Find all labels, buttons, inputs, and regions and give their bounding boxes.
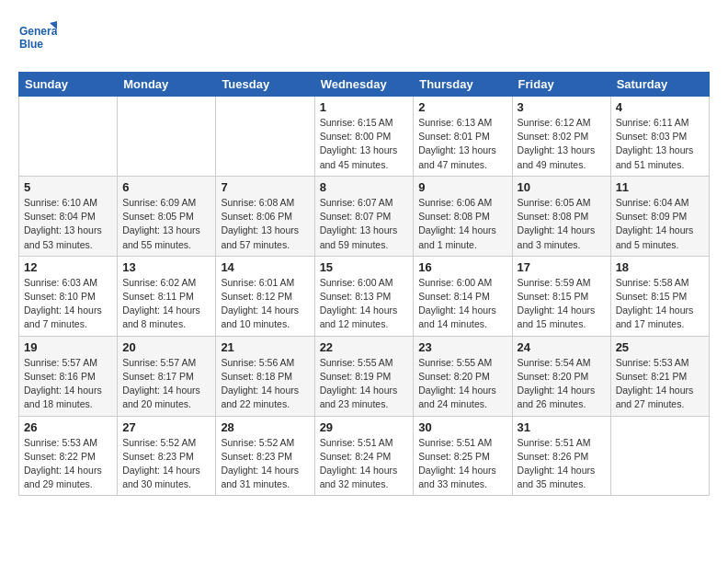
weekday-header-monday: Monday bbox=[118, 73, 216, 97]
day-cell: 27Sunrise: 5:52 AMSunset: 8:23 PMDayligh… bbox=[118, 416, 216, 496]
day-number: 26 bbox=[24, 420, 112, 434]
day-info: Sunrise: 5:54 AMSunset: 8:20 PMDaylight:… bbox=[518, 356, 606, 412]
day-number: 9 bbox=[418, 180, 506, 194]
day-info: Sunrise: 5:55 AMSunset: 8:20 PMDaylight:… bbox=[418, 356, 506, 412]
weekday-header-sunday: Sunday bbox=[19, 73, 118, 97]
day-cell: 5Sunrise: 6:10 AMSunset: 8:04 PMDaylight… bbox=[19, 176, 118, 256]
day-cell: 7Sunrise: 6:08 AMSunset: 8:06 PMDaylight… bbox=[216, 176, 314, 256]
day-cell: 22Sunrise: 5:55 AMSunset: 8:19 PMDayligh… bbox=[314, 336, 414, 416]
svg-text:Blue: Blue bbox=[19, 38, 43, 51]
day-cell: 29Sunrise: 5:51 AMSunset: 8:24 PMDayligh… bbox=[314, 416, 414, 496]
logo-bird-icon: General Blue bbox=[18, 18, 57, 57]
day-cell: 3Sunrise: 6:12 AMSunset: 8:02 PMDaylight… bbox=[512, 97, 610, 177]
day-cell: 31Sunrise: 5:51 AMSunset: 8:26 PMDayligh… bbox=[512, 416, 610, 496]
day-cell: 23Sunrise: 5:55 AMSunset: 8:20 PMDayligh… bbox=[414, 336, 512, 416]
day-cell bbox=[610, 416, 709, 496]
day-cell: 10Sunrise: 6:05 AMSunset: 8:08 PMDayligh… bbox=[512, 176, 610, 256]
day-info: Sunrise: 5:52 AMSunset: 8:23 PMDaylight:… bbox=[122, 436, 210, 492]
page: General Blue SundayMondayTuesdayWednesda… bbox=[0, 0, 728, 514]
day-number: 10 bbox=[518, 180, 606, 194]
week-row-4: 19Sunrise: 5:57 AMSunset: 8:16 PMDayligh… bbox=[19, 336, 710, 416]
header: General Blue bbox=[18, 18, 710, 57]
day-number: 17 bbox=[518, 260, 606, 274]
weekday-header-saturday: Saturday bbox=[610, 73, 709, 97]
day-cell bbox=[216, 97, 314, 177]
day-number: 24 bbox=[518, 340, 606, 354]
day-number: 3 bbox=[518, 100, 606, 114]
calendar: SundayMondayTuesdayWednesdayThursdayFrid… bbox=[18, 72, 710, 496]
day-number: 25 bbox=[616, 340, 704, 354]
day-number: 31 bbox=[518, 420, 606, 434]
day-cell: 30Sunrise: 5:51 AMSunset: 8:25 PMDayligh… bbox=[414, 416, 512, 496]
day-info: Sunrise: 5:57 AMSunset: 8:16 PMDaylight:… bbox=[24, 356, 112, 412]
week-row-3: 12Sunrise: 6:03 AMSunset: 8:10 PMDayligh… bbox=[19, 256, 710, 336]
day-info: Sunrise: 5:51 AMSunset: 8:25 PMDaylight:… bbox=[418, 436, 506, 492]
day-number: 21 bbox=[221, 340, 309, 354]
day-number: 4 bbox=[616, 100, 704, 114]
day-info: Sunrise: 6:00 AMSunset: 8:13 PMDaylight:… bbox=[320, 276, 409, 332]
day-info: Sunrise: 6:08 AMSunset: 8:06 PMDaylight:… bbox=[221, 196, 309, 252]
weekday-header-wednesday: Wednesday bbox=[314, 73, 414, 97]
day-info: Sunrise: 6:03 AMSunset: 8:10 PMDaylight:… bbox=[24, 276, 112, 332]
day-info: Sunrise: 6:01 AMSunset: 8:12 PMDaylight:… bbox=[221, 276, 309, 332]
day-info: Sunrise: 6:15 AMSunset: 8:00 PMDaylight:… bbox=[320, 116, 409, 172]
day-info: Sunrise: 6:07 AMSunset: 8:07 PMDaylight:… bbox=[320, 196, 409, 252]
day-info: Sunrise: 5:52 AMSunset: 8:23 PMDaylight:… bbox=[221, 436, 309, 492]
day-info: Sunrise: 5:58 AMSunset: 8:15 PMDaylight:… bbox=[616, 276, 704, 332]
day-number: 29 bbox=[320, 420, 409, 434]
day-info: Sunrise: 5:53 AMSunset: 8:22 PMDaylight:… bbox=[24, 436, 112, 492]
day-info: Sunrise: 5:53 AMSunset: 8:21 PMDaylight:… bbox=[616, 356, 704, 412]
day-info: Sunrise: 6:12 AMSunset: 8:02 PMDaylight:… bbox=[518, 116, 606, 172]
day-info: Sunrise: 6:11 AMSunset: 8:03 PMDaylight:… bbox=[616, 116, 704, 172]
day-number: 30 bbox=[418, 420, 506, 434]
day-number: 8 bbox=[320, 180, 409, 194]
day-info: Sunrise: 5:51 AMSunset: 8:24 PMDaylight:… bbox=[320, 436, 409, 492]
day-info: Sunrise: 6:00 AMSunset: 8:14 PMDaylight:… bbox=[418, 276, 506, 332]
day-number: 13 bbox=[122, 260, 210, 274]
day-cell: 25Sunrise: 5:53 AMSunset: 8:21 PMDayligh… bbox=[610, 336, 709, 416]
day-cell: 21Sunrise: 5:56 AMSunset: 8:18 PMDayligh… bbox=[216, 336, 314, 416]
day-cell: 26Sunrise: 5:53 AMSunset: 8:22 PMDayligh… bbox=[19, 416, 118, 496]
logo: General Blue bbox=[18, 18, 57, 57]
day-info: Sunrise: 6:06 AMSunset: 8:08 PMDaylight:… bbox=[418, 196, 506, 252]
day-info: Sunrise: 5:55 AMSunset: 8:19 PMDaylight:… bbox=[320, 356, 409, 412]
weekday-header-thursday: Thursday bbox=[414, 73, 512, 97]
day-info: Sunrise: 6:02 AMSunset: 8:11 PMDaylight:… bbox=[122, 276, 210, 332]
svg-text:General: General bbox=[19, 25, 57, 38]
day-cell: 6Sunrise: 6:09 AMSunset: 8:05 PMDaylight… bbox=[118, 176, 216, 256]
day-cell: 9Sunrise: 6:06 AMSunset: 8:08 PMDaylight… bbox=[414, 176, 512, 256]
day-cell: 16Sunrise: 6:00 AMSunset: 8:14 PMDayligh… bbox=[414, 256, 512, 336]
weekday-header-friday: Friday bbox=[512, 73, 610, 97]
day-number: 6 bbox=[122, 180, 210, 194]
day-cell: 12Sunrise: 6:03 AMSunset: 8:10 PMDayligh… bbox=[19, 256, 118, 336]
day-cell: 14Sunrise: 6:01 AMSunset: 8:12 PMDayligh… bbox=[216, 256, 314, 336]
day-cell: 20Sunrise: 5:57 AMSunset: 8:17 PMDayligh… bbox=[118, 336, 216, 416]
day-cell: 19Sunrise: 5:57 AMSunset: 8:16 PMDayligh… bbox=[19, 336, 118, 416]
day-info: Sunrise: 5:56 AMSunset: 8:18 PMDaylight:… bbox=[221, 356, 309, 412]
day-number: 18 bbox=[616, 260, 704, 274]
week-row-5: 26Sunrise: 5:53 AMSunset: 8:22 PMDayligh… bbox=[19, 416, 710, 496]
day-cell: 17Sunrise: 5:59 AMSunset: 8:15 PMDayligh… bbox=[512, 256, 610, 336]
day-number: 27 bbox=[122, 420, 210, 434]
day-cell bbox=[19, 97, 118, 177]
day-number: 22 bbox=[320, 340, 409, 354]
day-number: 15 bbox=[320, 260, 409, 274]
day-number: 1 bbox=[320, 100, 409, 114]
day-cell: 15Sunrise: 6:00 AMSunset: 8:13 PMDayligh… bbox=[314, 256, 414, 336]
day-cell: 4Sunrise: 6:11 AMSunset: 8:03 PMDaylight… bbox=[610, 97, 709, 177]
logo-container: General Blue bbox=[18, 18, 57, 57]
day-cell: 8Sunrise: 6:07 AMSunset: 8:07 PMDaylight… bbox=[314, 176, 414, 256]
day-cell: 18Sunrise: 5:58 AMSunset: 8:15 PMDayligh… bbox=[610, 256, 709, 336]
week-row-2: 5Sunrise: 6:10 AMSunset: 8:04 PMDaylight… bbox=[19, 176, 710, 256]
day-info: Sunrise: 6:05 AMSunset: 8:08 PMDaylight:… bbox=[518, 196, 606, 252]
day-number: 14 bbox=[221, 260, 309, 274]
day-cell: 24Sunrise: 5:54 AMSunset: 8:20 PMDayligh… bbox=[512, 336, 610, 416]
day-number: 5 bbox=[24, 180, 112, 194]
day-info: Sunrise: 6:13 AMSunset: 8:01 PMDaylight:… bbox=[418, 116, 506, 172]
weekday-header-tuesday: Tuesday bbox=[216, 73, 314, 97]
weekday-header-row: SundayMondayTuesdayWednesdayThursdayFrid… bbox=[19, 73, 710, 97]
day-number: 23 bbox=[418, 340, 506, 354]
day-number: 11 bbox=[616, 180, 704, 194]
day-info: Sunrise: 6:10 AMSunset: 8:04 PMDaylight:… bbox=[24, 196, 112, 252]
day-info: Sunrise: 5:59 AMSunset: 8:15 PMDaylight:… bbox=[518, 276, 606, 332]
